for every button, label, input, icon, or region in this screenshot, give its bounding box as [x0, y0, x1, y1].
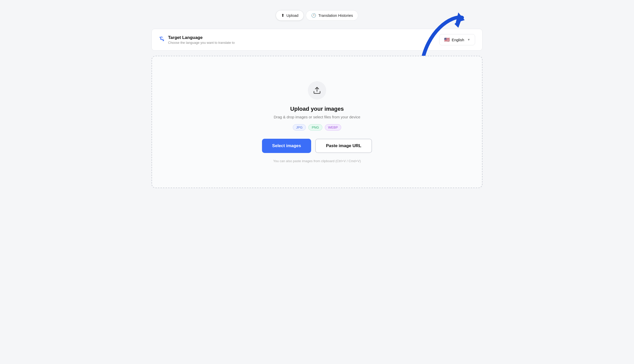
history-tab[interactable]: 🕐 Translation Histories: [306, 10, 358, 21]
upload-dropzone[interactable]: Upload your images Drag & drop images or…: [151, 56, 483, 188]
upload-zone-wrapper: Upload your images Drag & drop images or…: [151, 56, 483, 188]
jpg-badge: JPG: [293, 124, 306, 131]
upload-title: Upload your images: [290, 106, 344, 112]
target-language-texts: Target Language Choose the language you …: [168, 35, 235, 45]
target-language-left: Target Language Choose the language you …: [159, 35, 235, 45]
svg-marker-0: [454, 18, 462, 28]
history-icon: 🕐: [311, 13, 316, 18]
paste-url-button[interactable]: Paste image URL: [315, 139, 372, 153]
format-badges: JPG PNG WEBP: [293, 124, 341, 131]
select-images-button[interactable]: Select images: [262, 139, 311, 153]
language-flag: 🇺🇸: [444, 37, 450, 43]
action-buttons: Select images Paste image URL: [262, 139, 372, 153]
top-navigation: ⬆ Upload 🕐 Translation Histories: [276, 10, 359, 21]
upload-tab-label: Upload: [286, 13, 299, 18]
target-language-bar: Target Language Choose the language you …: [151, 29, 483, 51]
upload-icon: ⬆: [281, 13, 284, 18]
language-select-button[interactable]: 🇺🇸 English ▼: [439, 34, 475, 45]
upload-icon-circle: [308, 81, 326, 100]
target-language-subtitle: Choose the language you want to translat…: [168, 41, 235, 45]
language-name: English: [452, 38, 464, 42]
chevron-down-icon: ▼: [467, 38, 470, 41]
clipboard-hint: You can also paste images from clipboard…: [273, 159, 361, 163]
upload-arrow-icon: [313, 86, 321, 94]
history-tab-label: Translation Histories: [318, 13, 353, 18]
main-container: Target Language Choose the language you …: [151, 29, 483, 188]
translate-icon: [159, 36, 165, 44]
webp-badge: WEBP: [325, 124, 341, 131]
upload-subtitle: Drag & drop images or select files from …: [274, 115, 360, 119]
png-badge: PNG: [308, 124, 322, 131]
target-language-title: Target Language: [168, 35, 235, 40]
upload-tab[interactable]: ⬆ Upload: [276, 10, 304, 21]
